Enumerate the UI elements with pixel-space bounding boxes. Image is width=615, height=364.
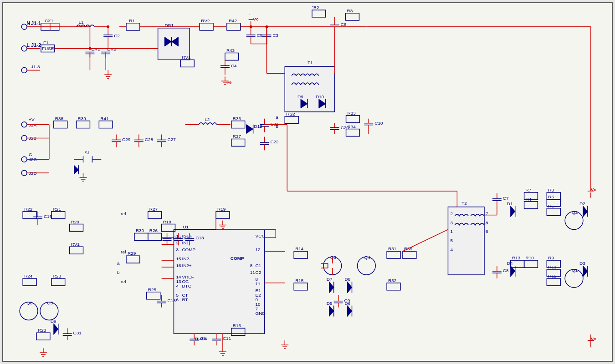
svg-text:D3: D3	[579, 261, 585, 266]
svg-text:R22: R22	[24, 207, 33, 212]
svg-text:15: 15	[176, 256, 181, 261]
svg-text:R12: R12	[548, 273, 557, 278]
svg-text:C11: C11	[223, 336, 231, 341]
svg-text:2: 2	[450, 211, 453, 216]
svg-text:Q5: Q5	[47, 300, 53, 305]
svg-text:D7: D7	[327, 277, 333, 282]
svg-text:CY2: CY2	[107, 47, 116, 52]
svg-text:R28: R28	[53, 273, 62, 278]
svg-text:J1-3: J1-3	[31, 64, 40, 69]
svg-text:R33: R33	[348, 111, 356, 116]
svg-text:6: 6	[176, 297, 179, 302]
svg-text:a: a	[276, 115, 278, 120]
svg-text:D1: D1	[507, 201, 513, 206]
svg-point-461	[107, 25, 109, 28]
svg-text:R27: R27	[149, 207, 158, 212]
svg-text:R21: R21	[53, 207, 62, 212]
svg-text:L1: L1	[79, 20, 84, 25]
svg-text:Ve: Ve	[226, 80, 232, 85]
svg-text:R32: R32	[388, 278, 397, 283]
svg-text:C3: C3	[272, 33, 278, 38]
svg-text:ref: ref	[121, 249, 126, 254]
svg-text:R7: R7	[526, 187, 532, 192]
svg-point-462	[88, 47, 91, 50]
svg-text:C29: C29	[122, 137, 131, 142]
svg-text:C6: C6	[341, 22, 347, 27]
svg-text:C22: C22	[270, 139, 279, 144]
svg-text:R2: R2	[313, 5, 319, 10]
svg-text:D2: D2	[579, 201, 585, 206]
svg-text:-: -	[312, 4, 313, 9]
svg-text:1: 1	[450, 229, 453, 234]
svg-text:R36: R36	[233, 116, 241, 121]
svg-text:Q6: Q6	[26, 300, 33, 305]
svg-text:R6: R6	[548, 194, 554, 199]
svg-text:C12: C12	[184, 235, 193, 240]
svg-text:a: a	[117, 261, 120, 266]
svg-text:FUSE: FUSE	[42, 46, 54, 51]
svg-text:R1: R1	[129, 18, 135, 23]
svg-text:11: 11	[250, 270, 256, 275]
svg-text:R18: R18	[163, 219, 172, 224]
svg-text:RV1: RV1	[71, 242, 80, 247]
svg-text:Q1: Q1	[572, 268, 578, 273]
svg-text:R16: R16	[233, 323, 241, 328]
svg-text:IN2+: IN2+	[182, 263, 191, 268]
svg-text:G: G	[29, 152, 32, 157]
svg-text:b: b	[117, 270, 120, 275]
svg-text:R29: R29	[128, 251, 136, 256]
svg-text:11: 11	[256, 281, 261, 286]
svg-text:C4: C4	[231, 63, 237, 68]
svg-text:T1: T1	[308, 60, 313, 65]
svg-rect-311	[448, 207, 484, 275]
svg-text:C15: C15	[44, 214, 52, 219]
svg-text:C28: C28	[145, 137, 154, 142]
svg-text:C14: C14	[173, 235, 182, 240]
svg-text:R4: R4	[526, 197, 532, 202]
svg-text:R14: R14	[295, 246, 304, 251]
svg-text:R19: R19	[217, 207, 226, 212]
svg-text:C8: C8	[503, 268, 509, 273]
svg-text:3: 3	[176, 247, 179, 252]
svg-text:RV1: RV1	[182, 55, 191, 60]
svg-text:D4: D4	[507, 261, 513, 266]
svg-text:4: 4	[450, 247, 453, 252]
svg-text:R24: R24	[24, 273, 33, 278]
svg-text:RV2: RV2	[201, 18, 210, 23]
svg-text:IN1-: IN1-	[182, 240, 190, 245]
svg-text:Q2: Q2	[572, 210, 578, 215]
svg-text:R30: R30	[136, 228, 144, 233]
svg-text:C20: C20	[341, 125, 349, 130]
svg-text:U1: U1	[183, 224, 189, 229]
svg-text:Q3: Q3	[330, 255, 337, 260]
svg-text:R11: R11	[548, 264, 557, 269]
svg-text:3: 3	[450, 220, 453, 225]
svg-text:R10: R10	[526, 255, 534, 260]
svg-text:C5: C5	[257, 33, 263, 38]
svg-text:COMP: COMP	[182, 247, 195, 252]
svg-text:RS2: RS2	[286, 111, 295, 116]
svg-text:R41: R41	[100, 116, 109, 121]
svg-text:R8: R8	[548, 187, 554, 192]
svg-text:L: L	[26, 42, 30, 48]
svg-text:DTC: DTC	[182, 283, 191, 288]
svg-text:VCC: VCC	[256, 233, 265, 238]
svg-text:C10: C10	[374, 121, 383, 126]
svg-text:+V: +V	[29, 117, 35, 122]
svg-text:R13: R13	[512, 255, 521, 260]
svg-text:R23: R23	[38, 328, 46, 333]
svg-text:D8: D8	[345, 277, 351, 282]
svg-text:RT: RT	[182, 297, 188, 302]
svg-text:4: 4	[176, 283, 179, 288]
svg-text:Q4: Q4	[364, 255, 370, 260]
svg-text:S1: S1	[84, 150, 90, 155]
svg-text:D9: D9	[297, 94, 303, 99]
svg-text:R31: R31	[388, 246, 397, 251]
svg-text:R25: R25	[148, 287, 157, 292]
svg-text:Vc: Vc	[253, 16, 259, 21]
svg-text:D9: D9	[51, 318, 56, 324]
svg-text:R3: R3	[347, 8, 353, 13]
svg-text:R5: R5	[548, 203, 554, 208]
svg-text:N: N	[26, 20, 30, 26]
svg-text:CY1: CY1	[91, 47, 100, 52]
